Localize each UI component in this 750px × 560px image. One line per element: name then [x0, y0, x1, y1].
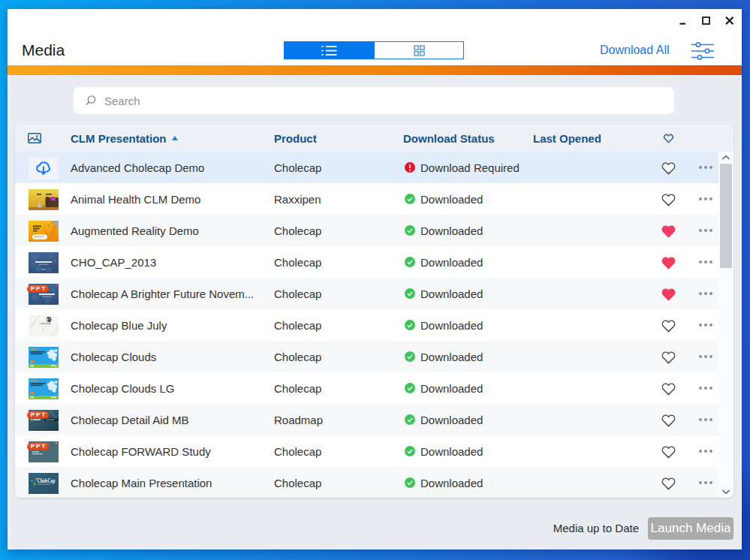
svg-text:CholeCap: CholeCap	[38, 477, 56, 484]
